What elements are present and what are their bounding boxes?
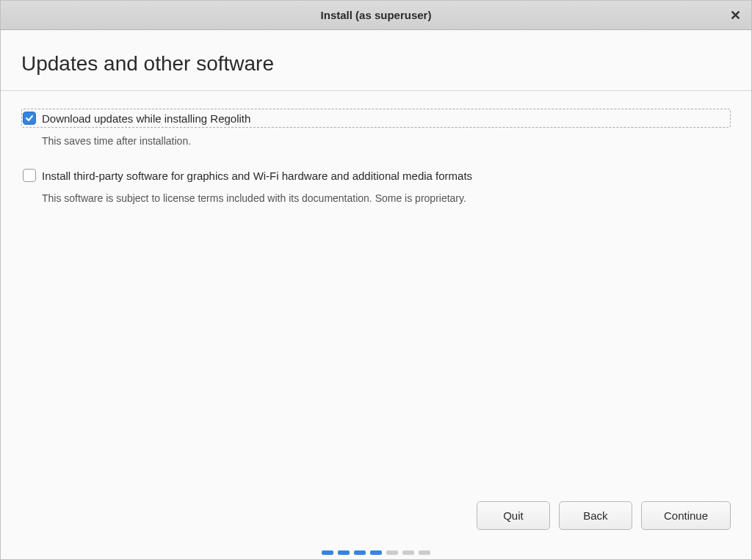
description-download-updates: This saves time after installation.: [42, 135, 731, 147]
progress-dot: [370, 550, 382, 555]
window-title: Install (as superuser): [321, 9, 432, 21]
titlebar: Install (as superuser) ✕: [1, 1, 751, 30]
page-title: Updates and other software: [21, 52, 731, 76]
progress-dot: [419, 550, 430, 555]
progress-dot: [338, 550, 350, 555]
checkmark-icon: [25, 114, 34, 123]
option-download-updates: Download updates while installing Regoli…: [21, 109, 731, 147]
progress-dot: [322, 550, 333, 555]
header-section: Updates and other software: [1, 30, 751, 91]
back-button[interactable]: Back: [559, 501, 632, 530]
option-third-party: Install third-party software for graphic…: [21, 166, 731, 204]
progress-indicator: [1, 550, 751, 559]
content-area: Updates and other software Download upda…: [1, 30, 751, 559]
checkbox-third-party[interactable]: [23, 169, 36, 182]
button-row: Quit Back Continue: [1, 501, 751, 550]
progress-dot: [386, 550, 398, 555]
option-row-third-party[interactable]: Install third-party software for graphic…: [21, 166, 731, 185]
description-third-party: This software is subject to license term…: [42, 192, 731, 204]
label-download-updates: Download updates while installing Regoli…: [42, 112, 250, 125]
progress-dot: [402, 550, 414, 555]
option-row-download-updates[interactable]: Download updates while installing Regoli…: [21, 109, 731, 128]
quit-button[interactable]: Quit: [477, 501, 550, 530]
options-section: Download updates while installing Regoli…: [1, 91, 751, 501]
installer-window: Install (as superuser) ✕ Updates and oth…: [0, 0, 752, 560]
continue-button[interactable]: Continue: [641, 501, 731, 530]
close-button[interactable]: ✕: [728, 8, 742, 23]
close-icon: ✕: [730, 7, 741, 23]
progress-dot: [354, 550, 366, 555]
checkbox-download-updates[interactable]: [23, 112, 36, 125]
label-third-party: Install third-party software for graphic…: [42, 170, 472, 182]
